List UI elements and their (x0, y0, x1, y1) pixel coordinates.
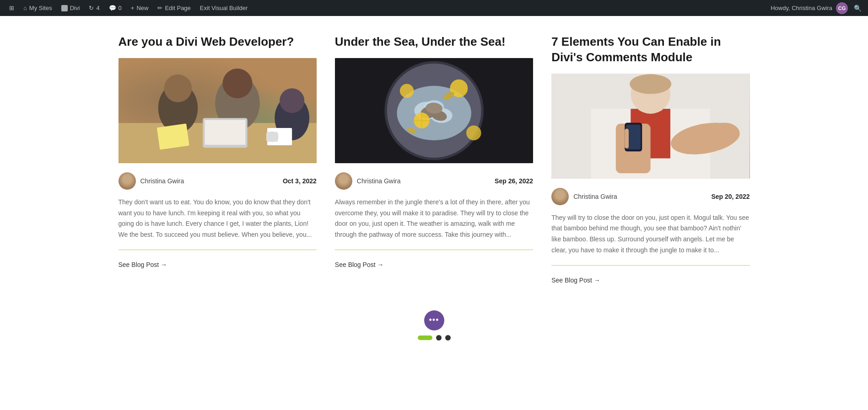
pagination-dot-2[interactable] (436, 335, 442, 341)
my-sites-item[interactable]: ⌂ My Sites (19, 0, 57, 16)
card-divider-1 (119, 250, 317, 250)
author-info-3: Christina Gwira (551, 188, 617, 205)
exit-builder-item[interactable]: Exit Visual Builder (195, 0, 253, 16)
search-icon[interactable]: 🔍 (852, 2, 863, 14)
more-options-button[interactable]: ••• (424, 310, 444, 330)
pagination-dot-3[interactable] (445, 335, 451, 341)
author-info-2: Christina Gwira (335, 172, 401, 190)
svg-point-4 (222, 69, 252, 98)
post-image-scene-1 (119, 58, 317, 163)
svg-rect-42 (625, 128, 629, 148)
new-label: New (136, 5, 148, 11)
svg-point-38 (710, 122, 740, 144)
comments-icon: 💬 (109, 5, 116, 11)
post-image-1 (119, 58, 317, 163)
adminbar-right: Howdy, Christina Gwira CG 🔍 (771, 2, 863, 14)
post-excerpt-2: Always remember in the jungle there's a … (335, 197, 533, 240)
post-date-1: Oct 3, 2022 (283, 177, 317, 185)
author-info-1: Christina Gwira (119, 172, 184, 190)
post-meta-2: Christina Gwira Sep 26, 2022 (335, 172, 533, 190)
post-image-3 (551, 74, 749, 179)
comments-count: 0 (119, 5, 122, 11)
post-date-3: Sep 20, 2022 (711, 193, 749, 200)
card-divider-3 (551, 265, 749, 266)
pagination-area: ••• (119, 310, 750, 341)
divi-icon (61, 5, 68, 11)
mysites-icon: ⌂ (23, 5, 27, 11)
see-post-link-3[interactable]: See Blog Post → (551, 273, 749, 288)
see-post-link-1[interactable]: See Blog Post → (119, 257, 317, 272)
author-name-1: Christina Gwira (140, 177, 184, 185)
post-title-3: 7 Elements You Can Enable in Divi's Comm… (551, 34, 749, 65)
post-image-scene-2 (335, 58, 533, 163)
post-title-1: Are you a Divi Web Developer? (119, 34, 317, 50)
author-avatar-1 (119, 172, 136, 190)
blog-card-3: 7 Elements You Can Enable in Divi's Comm… (551, 34, 749, 288)
my-sites-label: My Sites (29, 5, 52, 11)
comments-item[interactable]: 💬 0 (104, 0, 126, 16)
author-avatar-2 (335, 172, 352, 190)
post-meta-3: Christina Gwira Sep 20, 2022 (551, 188, 749, 205)
edit-page-label: Edit Page (165, 5, 190, 11)
svg-point-44 (630, 74, 671, 94)
svg-point-2 (164, 75, 192, 102)
card-divider-2 (335, 250, 533, 250)
post-image-scene-3 (551, 74, 749, 179)
user-avatar[interactable]: CG (836, 2, 848, 14)
pagination-dots (418, 335, 451, 341)
updates-count: 4 (96, 5, 99, 11)
exit-builder-label: Exit Visual Builder (200, 5, 248, 11)
admin-bar: ⊞ ⌂ My Sites Divi ↻ 4 💬 0 + New ✏ Edit P… (0, 0, 868, 16)
updates-icon: ↻ (89, 5, 94, 11)
edit-page-item[interactable]: ✏ Edit Page (153, 0, 195, 16)
svg-point-6 (280, 88, 304, 113)
post-date-2: Sep 26, 2022 (495, 177, 533, 185)
new-icon: + (131, 5, 135, 11)
adminbar-left: ⊞ ⌂ My Sites Divi ↻ 4 💬 0 + New ✏ Edit P… (5, 0, 771, 16)
post-image-2 (335, 58, 533, 163)
wordpress-logo-item[interactable]: ⊞ (5, 0, 19, 16)
divi-label: Divi (70, 5, 80, 11)
post-title-2: Under the Sea, Under the Sea! (335, 34, 533, 50)
new-item[interactable]: + New (126, 0, 153, 16)
wordpress-icon: ⊞ (9, 5, 14, 11)
see-post-link-2[interactable]: See Blog Post → (335, 257, 533, 272)
blog-card-2: Under the Sea, Under the Sea! (335, 34, 533, 288)
svg-point-29 (466, 125, 481, 140)
author-name-3: Christina Gwira (573, 193, 617, 200)
more-dots-icon: ••• (429, 315, 439, 325)
main-content: Are you a Divi Web Developer? (91, 16, 777, 359)
blog-grid: Are you a Divi Web Developer? (119, 34, 750, 288)
svg-rect-10 (156, 123, 189, 149)
post-excerpt-1: They don't want us to eat. You do know, … (119, 197, 317, 240)
svg-rect-13 (266, 132, 278, 142)
post-excerpt-3: They will try to close the door on you, … (551, 213, 749, 256)
howdy-label: Howdy, Christina Gwira (771, 5, 832, 11)
edit-icon: ✏ (157, 5, 162, 11)
divi-item[interactable]: Divi (57, 0, 85, 16)
updates-item[interactable]: ↻ 4 (84, 0, 104, 16)
post-meta-1: Christina Gwira Oct 3, 2022 (119, 172, 317, 190)
author-avatar-3 (551, 188, 569, 205)
blog-card-1: Are you a Divi Web Developer? (119, 34, 317, 288)
author-name-2: Christina Gwira (357, 177, 401, 185)
pagination-dot-active[interactable] (418, 335, 432, 340)
svg-point-28 (400, 84, 414, 97)
svg-rect-9 (205, 120, 245, 144)
